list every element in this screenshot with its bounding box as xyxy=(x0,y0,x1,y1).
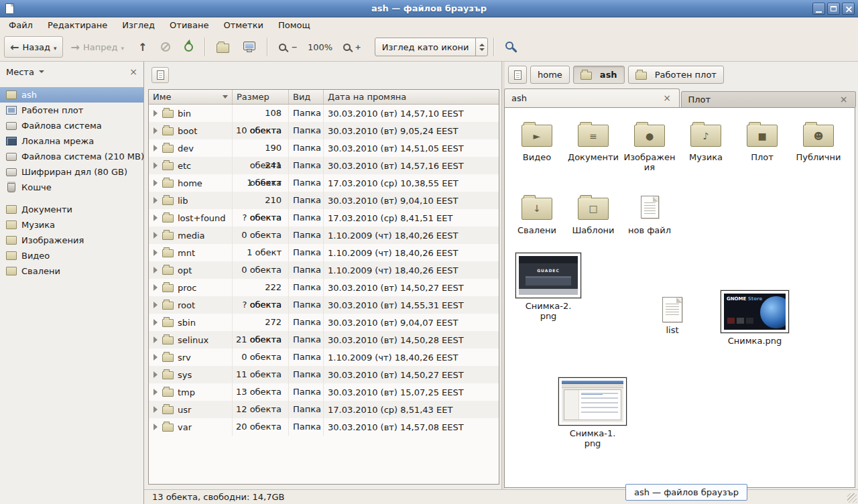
reload-button[interactable] xyxy=(178,36,199,58)
icon-view-item[interactable]: ↓ Свалени xyxy=(509,186,565,236)
expander-icon[interactable] xyxy=(154,424,158,430)
back-history-chevron-icon[interactable] xyxy=(54,42,57,52)
path-button-desktop[interactable]: Работен плот xyxy=(628,66,724,84)
table-row[interactable]: home 1 обект Папка 17.03.2010 (ср) 10,38… xyxy=(149,174,499,192)
sidebar-item[interactable]: ash xyxy=(0,87,143,103)
icon-view-item[interactable]: ■ Плот xyxy=(734,113,790,173)
column-header-name[interactable]: Име xyxy=(149,90,233,104)
search-button[interactable] xyxy=(499,36,524,58)
menu-item[interactable]: Помощ xyxy=(271,18,318,32)
table-row[interactable]: var 20 обекта Папка 30.03.2010 (вт) 14,5… xyxy=(149,418,499,436)
expander-icon[interactable] xyxy=(154,354,158,361)
expander-icon[interactable] xyxy=(154,284,158,291)
expander-icon[interactable] xyxy=(154,302,158,308)
menu-item[interactable]: Отметки xyxy=(216,18,270,32)
table-row[interactable]: opt 0 обекта Папка 1.10.2009 (чт) 18,40,… xyxy=(149,261,499,279)
icon-view-item[interactable]: ► Видео xyxy=(509,113,565,173)
expander-icon[interactable] xyxy=(154,267,158,273)
sidebar-item[interactable] xyxy=(0,195,143,202)
expander-icon[interactable] xyxy=(154,110,158,117)
table-row[interactable]: dev 190 обекта Папка 30.03.2010 (вт) 14,… xyxy=(149,139,499,157)
sidebar-item[interactable]: Файлова система (210 MB) xyxy=(0,149,143,164)
expander-icon[interactable] xyxy=(154,406,158,413)
sidebar-item[interactable]: Шифриран дял (80 GB) xyxy=(0,164,143,180)
table-row[interactable]: lost+found ? обекта Папка 17.03.2010 (ср… xyxy=(149,209,499,227)
expander-icon[interactable] xyxy=(154,162,158,169)
sidebar-item[interactable]: Документи xyxy=(0,202,143,217)
icon-view[interactable]: ► Видео ≡ Докум xyxy=(504,107,855,488)
sidebar-item[interactable]: Работен плот xyxy=(0,103,143,118)
expander-icon[interactable] xyxy=(154,197,158,204)
menu-item[interactable]: Файл xyxy=(1,18,40,32)
icon-view-item[interactable]: ☻ Публични xyxy=(790,113,847,173)
expander-icon[interactable] xyxy=(154,127,158,134)
table-row[interactable]: proc 222 обекта Папка 30.03.2010 (вт) 14… xyxy=(149,279,499,296)
tab-close-button[interactable] xyxy=(662,93,672,103)
icon-view-item[interactable]: нов файл xyxy=(621,186,678,236)
column-header-date[interactable]: Дата на промяна xyxy=(324,90,499,104)
sidebar-item[interactable]: Видео xyxy=(0,248,143,263)
path-root-button[interactable] xyxy=(508,66,527,84)
sidebar-item[interactable]: Изображения xyxy=(0,233,143,248)
window-menu-icon[interactable] xyxy=(5,3,14,14)
minimize-button[interactable] xyxy=(812,3,825,15)
table-row[interactable]: usr 12 обекта Папка 17.03.2010 (ср) 8,51… xyxy=(149,401,499,418)
table-row[interactable]: lib 210 обекта Папка 30.03.2010 (вт) 9,0… xyxy=(149,192,499,209)
sidebar-item[interactable]: Свалени xyxy=(0,263,143,279)
expander-icon[interactable] xyxy=(154,214,158,221)
up-button[interactable] xyxy=(132,36,153,58)
sidebar-item[interactable]: Локална мрежа xyxy=(0,133,143,149)
column-header-type[interactable]: Вид xyxy=(289,90,324,104)
expander-icon[interactable] xyxy=(154,389,158,395)
computer-button[interactable] xyxy=(237,36,261,58)
table-row[interactable]: mnt 1 обект Папка 1.10.2009 (чт) 18,40,2… xyxy=(149,244,499,261)
table-row[interactable]: tmp 13 обекта Папка 30.03.2010 (вт) 15,0… xyxy=(149,383,499,401)
resize-grip[interactable] xyxy=(847,493,857,503)
expander-icon[interactable] xyxy=(154,232,158,239)
icon-view-item[interactable]: GUADEC Снимка-2.png xyxy=(511,253,585,322)
path-button-home[interactable]: home xyxy=(530,66,570,84)
menu-item[interactable]: Изглед xyxy=(115,18,162,32)
path-button-current[interactable]: ash xyxy=(573,66,625,84)
table-row[interactable]: sys 11 обекта Папка 30.03.2010 (вт) 14,5… xyxy=(149,366,499,383)
table-row[interactable]: etc 241 обекта Папка 30.03.2010 (вт) 14,… xyxy=(149,157,499,174)
zoom-in-button[interactable]: + xyxy=(337,36,367,58)
zoom-out-button[interactable]: − xyxy=(273,36,303,58)
view-mode-spinner[interactable] xyxy=(475,38,487,56)
table-row[interactable]: media 0 обекта Папка 1.10.2009 (чт) 18,4… xyxy=(149,227,499,244)
close-button[interactable] xyxy=(842,3,855,15)
table-row[interactable]: boot 10 обекта Папка 30.03.2010 (вт) 9,0… xyxy=(149,122,499,139)
table-row[interactable]: srv 0 обекта Папка 1.10.2009 (чт) 18,40,… xyxy=(149,349,499,366)
forward-button[interactable]: Напред xyxy=(65,36,130,58)
expander-icon[interactable] xyxy=(154,180,158,186)
menu-item[interactable]: Редактиране xyxy=(40,18,115,32)
icon-view-item[interactable]: ● Изображения xyxy=(621,113,678,173)
tab-ash[interactable]: ash xyxy=(504,88,680,107)
expander-icon[interactable] xyxy=(154,145,158,151)
icon-view-item[interactable]: list xyxy=(642,297,702,336)
expander-icon[interactable] xyxy=(154,371,158,378)
sidebar-item[interactable]: Файлова система xyxy=(0,118,143,133)
table-row[interactable]: sbin 272 обекта Папка 30.03.2010 (вт) 9,… xyxy=(149,314,499,331)
expander-icon[interactable] xyxy=(154,336,158,343)
icon-view-item[interactable]: ♪ Музика xyxy=(678,113,734,173)
table-row[interactable]: bin 108 обекта Папка 30.03.2010 (вт) 14,… xyxy=(149,105,499,122)
forward-history-chevron-icon[interactable] xyxy=(121,42,124,52)
icon-view-item[interactable]: Снимка-1.png xyxy=(556,377,629,449)
icon-view-item[interactable]: ≡ Документи xyxy=(565,113,621,173)
sidebar-close-button[interactable] xyxy=(129,67,137,76)
column-header-size[interactable]: Размер xyxy=(233,90,289,104)
back-button[interactable]: Назад xyxy=(4,36,63,58)
expander-icon[interactable] xyxy=(154,319,158,326)
menu-item[interactable]: Отиване xyxy=(162,18,216,32)
table-row[interactable]: selinux 21 обекта Папка 30.03.2010 (вт) … xyxy=(149,331,499,349)
home-button[interactable] xyxy=(210,36,235,58)
icon-view-item[interactable]: GNOME Store Снимка.png xyxy=(718,290,792,346)
view-mode-select[interactable]: Изглед като икони xyxy=(375,38,489,56)
expander-icon[interactable] xyxy=(154,249,158,256)
sidebar-item[interactable]: Кошче xyxy=(0,180,143,195)
icon-view-item[interactable]: □ Шаблони xyxy=(565,186,621,236)
table-row[interactable]: root ? обекта Папка 30.03.2010 (вт) 14,5… xyxy=(149,296,499,314)
maximize-button[interactable] xyxy=(827,3,840,15)
title-bar[interactable]: ash — файлов браузър xyxy=(0,0,858,17)
